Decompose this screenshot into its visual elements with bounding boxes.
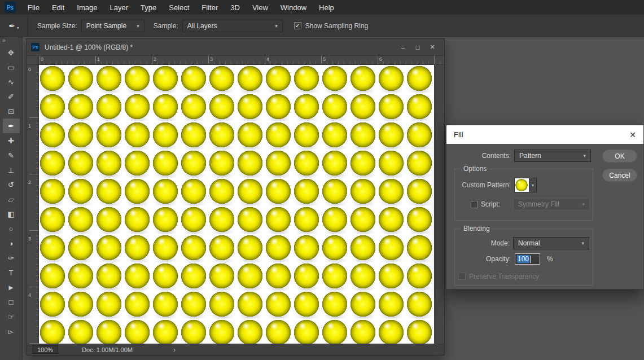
sample-value: All Layers [187, 22, 217, 30]
lasso-tool[interactable]: ∿ [3, 74, 20, 89]
maximize-button[interactable]: □ [410, 41, 425, 54]
contents-value: Pattern [519, 152, 541, 160]
chevron-down-icon[interactable]: ▾ [529, 178, 536, 192]
ruler-top-number: 2 [154, 56, 156, 62]
fill-dialog: Fill ✕ Contents: Pattern ▾ OK Cancel Opt… [446, 125, 644, 289]
mode-value: Normal [518, 239, 540, 247]
menu-item-type[interactable]: Type [134, 0, 163, 15]
canvas-viewport [39, 65, 444, 344]
rectangle-tool[interactable]: □ [3, 295, 20, 309]
preserve-transparency-checkbox [458, 273, 466, 280]
zoom-level-field[interactable]: 100% [32, 345, 58, 354]
ruler-top-number: 1 [97, 56, 100, 62]
ruler-top-number: 3 [210, 56, 213, 62]
pen-tool[interactable]: ✑ [3, 251, 20, 265]
close-button[interactable]: ✕ [425, 41, 440, 54]
gradient-tool[interactable]: ◧ [3, 207, 20, 221]
ruler-top-number: 0 [41, 56, 43, 62]
contents-dropdown[interactable]: Pattern ▾ [514, 150, 591, 162]
eyedropper-icon: ✒ [8, 21, 15, 30]
custom-pattern-label: Custom Pattern: [446, 179, 511, 191]
ok-button[interactable]: OK [602, 150, 637, 163]
ruler-top-number: 6 [379, 56, 382, 62]
menu-item-edit[interactable]: Edit [46, 0, 71, 15]
tool-rail: » ✥▭∿✐⊡✒✚✎⊥↺▱◧○◑✑T►□☞▻ [0, 37, 23, 360]
menu-item-file[interactable]: File [21, 0, 46, 15]
show-sampling-ring-checkbox[interactable]: ✓ [294, 22, 301, 29]
preserve-transparency-label: Preserve Transparency [469, 270, 559, 283]
menu-item-layer[interactable]: Layer [104, 0, 135, 15]
hand-tool[interactable]: ☞ [3, 309, 20, 324]
sample-size-label: Sample Size: [37, 22, 77, 30]
show-sampling-ring-label[interactable]: Show Sampling Ring [305, 22, 368, 30]
collapse-panel-button[interactable]: » [0, 37, 22, 45]
script-dropdown: Symmetry Fill ▾ [513, 198, 590, 210]
move-tool[interactable]: ✥ [3, 45, 20, 60]
sample-dropdown[interactable]: All Layers ▾ [182, 20, 283, 32]
ruler-left-number: 2 [28, 179, 31, 185]
direct-selection-tool[interactable]: ▻ [3, 324, 20, 339]
eyedropper-tool[interactable]: ✒ [3, 118, 20, 133]
opacity-input[interactable]: 100 [515, 253, 540, 265]
brush-tool[interactable]: ✎ [3, 148, 20, 163]
check-icon: ✓ [295, 23, 300, 29]
path-selection-tool[interactable]: ► [3, 280, 20, 295]
rectangular-marquee-tool[interactable]: ▭ [3, 60, 20, 74]
script-label[interactable]: Script: [481, 198, 509, 210]
menu-item-select[interactable]: Select [163, 0, 195, 15]
horizontal-ruler[interactable]: 0123456 [39, 56, 444, 65]
menu-item-help[interactable]: Help [313, 0, 340, 15]
mode-dropdown[interactable]: Normal ▾ [513, 237, 589, 249]
document-icon: Ps [31, 43, 40, 51]
script-value: Symmetry Fill [518, 200, 559, 208]
type-tool[interactable]: T [3, 265, 20, 280]
pattern-swatch-yellow-sphere[interactable] [515, 178, 529, 192]
chevron-down-icon: ▾ [271, 23, 278, 29]
fill-dialog-titlebar[interactable]: Fill ✕ [446, 125, 643, 144]
canvas-yellow-sphere-pattern[interactable] [39, 65, 434, 344]
sample-size-value: Point Sample [86, 22, 126, 30]
photoshop-logo-icon: Ps [5, 2, 16, 13]
history-brush-tool[interactable]: ↺ [3, 177, 20, 192]
eraser-tool[interactable]: ▱ [3, 192, 20, 207]
options-bar: ✒ ▾ Sample Size: Point Sample ▾ Sample: … [0, 15, 644, 37]
blur-tool[interactable]: ○ [3, 221, 20, 236]
ruler-corner [27, 56, 39, 65]
close-icon[interactable]: ✕ [629, 130, 636, 139]
ruler-left-number: 3 [28, 236, 31, 242]
document-window: Ps Untitled-1 @ 100% (RGB/8) * – □ ✕ 012… [26, 38, 445, 355]
minimize-button[interactable]: – [396, 41, 410, 54]
quick-selection-tool[interactable]: ✐ [3, 89, 20, 104]
blending-group-label: Blending [461, 225, 493, 233]
menu-item-view[interactable]: View [246, 0, 274, 15]
menu-items: FileEditImageLayerTypeSelectFilter3DView… [21, 0, 340, 15]
menu-item-window[interactable]: Window [274, 0, 313, 15]
menu-item-image[interactable]: Image [71, 0, 103, 15]
chevron-down-icon: ▾ [580, 153, 586, 159]
sample-size-dropdown[interactable]: Point Sample ▾ [81, 20, 144, 32]
spot-healing-brush-tool[interactable]: ✚ [3, 133, 20, 148]
menu-item-3d[interactable]: 3D [224, 0, 246, 15]
document-titlebar[interactable]: Ps Untitled-1 @ 100% (RGB/8) * – □ ✕ [27, 39, 444, 56]
clone-stamp-tool[interactable]: ⊥ [3, 163, 20, 177]
menu-item-filter[interactable]: Filter [195, 0, 224, 15]
status-flyout-chevron-icon[interactable]: › [173, 346, 176, 354]
ruler-top-number: 4 [266, 56, 269, 62]
fill-dialog-title: Fill [454, 130, 463, 139]
ruler-left-number: 0 [28, 67, 31, 72]
script-checkbox[interactable] [471, 201, 478, 208]
document-title: Untitled-1 @ 100% (RGB/8) * [45, 43, 133, 51]
menu-bar: Ps FileEditImageLayerTypeSelectFilter3DV… [0, 0, 644, 15]
cancel-button[interactable]: Cancel [602, 169, 637, 182]
crop-tool[interactable]: ⊡ [3, 104, 20, 118]
dodge-tool[interactable]: ◑ [3, 236, 20, 251]
vertical-ruler[interactable]: 01234 [27, 65, 39, 344]
tool-preset-button[interactable]: ✒ ▾ [0, 15, 28, 37]
ruler-left-number: 1 [28, 123, 31, 129]
opacity-unit-label: % [547, 253, 558, 265]
custom-pattern-picker[interactable]: ▾ [514, 178, 537, 192]
ruler-top-number: 5 [323, 56, 326, 62]
document-size-info: Doc: 1.00M/1.00M [82, 346, 133, 353]
options-group: Options [454, 169, 593, 221]
chevron-down-icon: ▾ [17, 25, 19, 30]
